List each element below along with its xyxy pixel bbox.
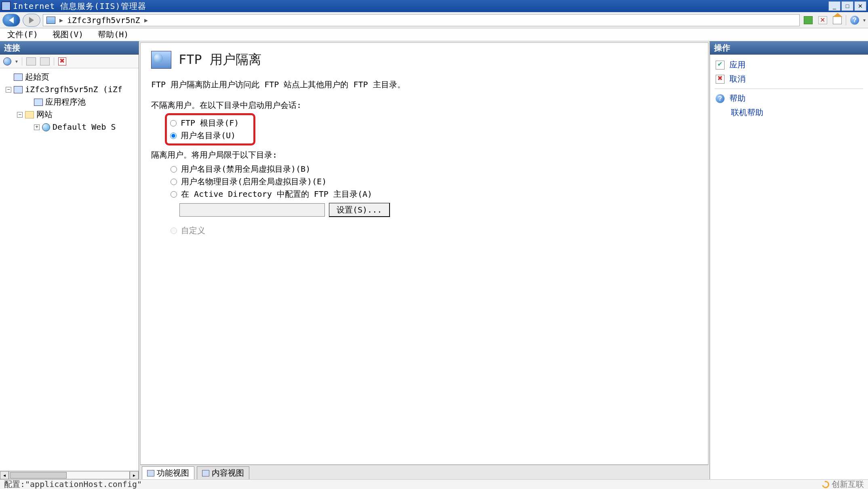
radio-custom-label: 自定义 xyxy=(181,225,205,236)
tab-features-view[interactable]: 功能视图 xyxy=(142,466,194,479)
content-header: FTP 用户隔离 xyxy=(151,51,697,69)
minimize-button[interactable]: _ xyxy=(828,1,841,11)
scroll-left-button[interactable]: ◂ xyxy=(0,471,9,479)
radio-ftp-root[interactable]: FTP 根目录(F) xyxy=(170,117,239,129)
custom-radio-group: 自定义 xyxy=(151,224,697,237)
menubar: 文件(F) 视图(V) 帮助(H) xyxy=(0,28,868,41)
titlebar: Internet 信息服务(IIS)管理器 _ □ ✕ xyxy=(0,0,868,12)
menu-view[interactable]: 视图(V) xyxy=(50,27,86,42)
home-button[interactable] xyxy=(831,15,843,26)
maximize-button[interactable]: □ xyxy=(841,1,853,11)
ad-path-input xyxy=(179,203,325,217)
features-view-icon xyxy=(147,470,154,476)
cancel-icon xyxy=(716,75,725,84)
tree-app-pools[interactable]: 应用程序池 xyxy=(6,96,139,108)
brand-logo: 创新互联 xyxy=(822,479,864,489)
action-help-label: 帮助 xyxy=(729,93,746,104)
help-icon: ? xyxy=(716,94,725,103)
connect-icon[interactable] xyxy=(3,57,11,65)
help-button[interactable]: ? xyxy=(849,15,861,26)
tree-label-pools: 应用程序池 xyxy=(45,96,86,108)
radio-ftp-root-input[interactable] xyxy=(170,120,177,126)
radio-custom-input xyxy=(171,228,177,234)
tree-sites[interactable]: − 网站 xyxy=(6,108,139,121)
tab-content-view[interactable]: 内容视图 xyxy=(197,466,249,479)
page-description: FTP 用户隔离防止用户访问此 FTP 站点上其他用户的 FTP 主目录。 xyxy=(151,79,697,90)
page-icon xyxy=(14,74,23,81)
breadcrumb-sep-end: ▸ xyxy=(144,16,148,25)
content-view-icon xyxy=(202,470,209,476)
tab-content-label: 内容视图 xyxy=(212,468,244,478)
radio-ad-input[interactable] xyxy=(171,191,177,198)
actions-list: 应用 取消 ? 帮助 联机帮助 xyxy=(710,55,868,479)
content-area: FTP 用户隔离 FTP 用户隔离防止用户访问此 FTP 站点上其他用户的 FT… xyxy=(139,41,710,479)
scroll-right-button[interactable]: ▸ xyxy=(130,471,139,479)
action-apply-label: 应用 xyxy=(729,59,746,70)
menu-help[interactable]: 帮助(H) xyxy=(95,27,131,42)
ad-set-button[interactable]: 设置(S)... xyxy=(329,203,390,217)
delete-icon[interactable] xyxy=(58,57,66,65)
pool-icon xyxy=(34,99,43,106)
expander-icon[interactable]: + xyxy=(34,124,40,130)
radio-user-physical-label: 用户名物理目录(启用全局虚拟目录)(E) xyxy=(181,176,327,187)
content-pane: FTP 用户隔离 FTP 用户隔离防止用户访问此 FTP 站点上其他用户的 FT… xyxy=(140,42,708,465)
radio-user-disable-global[interactable]: 用户名目录(禁用全局虚拟目录)(B) xyxy=(171,163,697,175)
refresh-button[interactable] xyxy=(802,15,814,26)
radio-user-disable-global-label: 用户名目录(禁用全局虚拟目录)(B) xyxy=(181,164,310,175)
tree-default-site[interactable]: + Default Web S xyxy=(6,121,139,133)
expander-icon[interactable]: − xyxy=(17,112,23,118)
breadcrumb-sep: ▸ xyxy=(59,16,63,25)
radio-ad[interactable]: 在 Active Directory 中配置的 FTP 主目录(A) xyxy=(171,188,697,200)
tree-server-node[interactable]: − iZfc3rgfh5vr5nZ (iZf xyxy=(6,83,139,96)
radio-user-physical-input[interactable] xyxy=(171,179,177,185)
scroll-thumb[interactable] xyxy=(10,472,67,478)
action-apply[interactable]: 应用 xyxy=(715,58,863,72)
tree-hscrollbar[interactable]: ◂ ▸ xyxy=(0,470,139,479)
app-icon xyxy=(2,2,11,11)
tree-label-default-site: Default Web S xyxy=(53,121,116,133)
globe-icon xyxy=(42,123,50,131)
section-no-isolation: 不隔离用户。在以下目录中启动用户会话: xyxy=(151,100,697,111)
radio-ftp-root-label: FTP 根目录(F) xyxy=(181,118,239,129)
action-cancel[interactable]: 取消 xyxy=(715,72,863,86)
stop-button[interactable] xyxy=(817,15,829,26)
statusbar: 配置:"applicationHost.config" 创新互联 xyxy=(0,479,868,489)
breadcrumb-server[interactable]: iZfc3rgfh5vr5nZ xyxy=(67,15,140,25)
connections-tree: 起始页 − iZfc3rgfh5vr5nZ (iZf 应用程序池 − 网站 + … xyxy=(0,68,139,470)
nav-forward-button[interactable] xyxy=(23,14,40,27)
brand-text: 创新互联 xyxy=(832,479,864,489)
view-tabs: 功能视图 内容视图 xyxy=(140,465,708,479)
radio-username-dir-input[interactable] xyxy=(170,133,177,139)
brand-icon xyxy=(821,479,831,489)
save-icon[interactable] xyxy=(26,57,36,65)
connections-toolbar: ▾ xyxy=(0,55,139,68)
radio-username-dir[interactable]: 用户名目录(U) xyxy=(170,129,239,142)
open-icon[interactable] xyxy=(40,57,50,65)
folder-icon xyxy=(25,111,34,118)
nav-back-button[interactable] xyxy=(2,14,20,27)
address-bar[interactable]: ▸ iZfc3rgfh5vr5nZ ▸ xyxy=(43,14,800,26)
section-isolation: 隔离用户。将用户局限于以下目录: xyxy=(151,150,697,160)
radio-ad-label: 在 Active Directory 中配置的 FTP 主目录(A) xyxy=(181,189,372,200)
nav-toolbar: ▸ iZfc3rgfh5vr5nZ ▸ ? ▾ xyxy=(0,12,868,28)
ad-config-row: 设置(S)... xyxy=(179,203,697,217)
radio-user-physical[interactable]: 用户名物理目录(启用全局虚拟目录)(E) xyxy=(171,175,697,188)
scroll-track[interactable] xyxy=(9,471,130,479)
radio-user-disable-global-input[interactable] xyxy=(171,166,177,173)
highlighted-options: FTP 根目录(F) 用户名目录(U) xyxy=(165,113,255,145)
tree-label-start: 起始页 xyxy=(25,71,49,83)
window-title: Internet 信息服务(IIS)管理器 xyxy=(13,1,828,12)
tree-label-server: iZfc3rgfh5vr5nZ (iZf xyxy=(25,83,122,96)
action-help[interactable]: ? 帮助 xyxy=(715,91,863,105)
apply-icon xyxy=(716,61,725,70)
action-cancel-label: 取消 xyxy=(729,74,746,84)
radio-username-dir-label: 用户名目录(U) xyxy=(181,130,236,141)
ftp-isolation-icon xyxy=(151,51,171,69)
tree-start-page[interactable]: 起始页 xyxy=(6,71,139,83)
menu-file[interactable]: 文件(F) xyxy=(5,27,40,42)
close-button[interactable]: ✕ xyxy=(854,1,866,11)
expander-icon[interactable]: − xyxy=(6,87,11,93)
page-title: FTP 用户隔离 xyxy=(179,51,261,69)
radio-custom: 自定义 xyxy=(171,224,697,237)
action-online-help[interactable]: 联机帮助 xyxy=(715,105,863,120)
